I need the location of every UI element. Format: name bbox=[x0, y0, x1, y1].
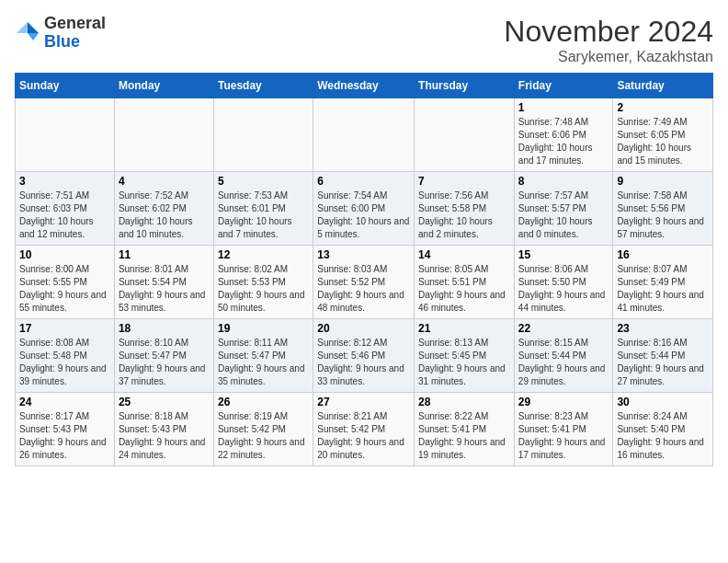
day-number: 18 bbox=[119, 322, 210, 335]
calendar-week-row: 3Sunrise: 7:51 AM Sunset: 6:03 PM Daylig… bbox=[16, 172, 713, 246]
calendar-cell: 14Sunrise: 8:05 AM Sunset: 5:51 PM Dayli… bbox=[415, 246, 515, 319]
calendar-cell: 13Sunrise: 8:03 AM Sunset: 5:52 PM Dayli… bbox=[313, 246, 415, 319]
day-info: Sunrise: 8:16 AM Sunset: 5:44 PM Dayligh… bbox=[617, 337, 709, 388]
calendar-cell: 9Sunrise: 7:58 AM Sunset: 5:56 PM Daylig… bbox=[613, 172, 713, 246]
weekday-header-saturday: Saturday bbox=[613, 74, 713, 98]
svg-marker-2 bbox=[17, 22, 28, 33]
day-number: 22 bbox=[518, 322, 609, 335]
day-number: 8 bbox=[518, 175, 609, 188]
day-info: Sunrise: 7:48 AM Sunset: 6:06 PM Dayligh… bbox=[518, 116, 609, 167]
day-info: Sunrise: 8:03 AM Sunset: 5:52 PM Dayligh… bbox=[317, 263, 410, 315]
svg-marker-1 bbox=[28, 33, 39, 40]
weekday-header-tuesday: Tuesday bbox=[213, 74, 313, 98]
weekday-header-row: SundayMondayTuesdayWednesdayThursdayFrid… bbox=[16, 74, 713, 98]
calendar-week-row: 24Sunrise: 8:17 AM Sunset: 5:43 PM Dayli… bbox=[16, 393, 713, 466]
weekday-header-monday: Monday bbox=[114, 74, 213, 98]
day-info: Sunrise: 8:02 AM Sunset: 5:53 PM Dayligh… bbox=[218, 263, 309, 315]
calendar-cell: 18Sunrise: 8:10 AM Sunset: 5:47 PM Dayli… bbox=[114, 319, 213, 393]
calendar-cell: 26Sunrise: 8:19 AM Sunset: 5:42 PM Dayli… bbox=[213, 393, 313, 466]
day-number: 14 bbox=[418, 248, 510, 261]
day-info: Sunrise: 7:52 AM Sunset: 6:02 PM Dayligh… bbox=[119, 190, 210, 241]
day-info: Sunrise: 7:57 AM Sunset: 5:57 PM Dayligh… bbox=[518, 190, 609, 241]
day-info: Sunrise: 8:11 AM Sunset: 5:47 PM Dayligh… bbox=[218, 337, 309, 388]
day-info: Sunrise: 8:15 AM Sunset: 5:44 PM Dayligh… bbox=[518, 337, 609, 388]
logo: General Blue bbox=[15, 15, 106, 52]
day-info: Sunrise: 7:49 AM Sunset: 6:05 PM Dayligh… bbox=[617, 116, 709, 167]
day-info: Sunrise: 8:18 AM Sunset: 5:43 PM Dayligh… bbox=[119, 410, 210, 462]
month-title: November 2024 bbox=[504, 15, 713, 49]
calendar-cell: 7Sunrise: 7:56 AM Sunset: 5:58 PM Daylig… bbox=[415, 172, 515, 246]
calendar-cell: 15Sunrise: 8:06 AM Sunset: 5:50 PM Dayli… bbox=[514, 246, 613, 319]
day-info: Sunrise: 8:00 AM Sunset: 5:55 PM Dayligh… bbox=[19, 263, 110, 315]
calendar-cell bbox=[114, 98, 213, 172]
day-info: Sunrise: 8:24 AM Sunset: 5:40 PM Dayligh… bbox=[617, 410, 709, 462]
day-info: Sunrise: 8:23 AM Sunset: 5:41 PM Dayligh… bbox=[518, 410, 609, 462]
day-number: 11 bbox=[119, 248, 210, 261]
calendar-cell: 29Sunrise: 8:23 AM Sunset: 5:41 PM Dayli… bbox=[514, 393, 613, 466]
day-number: 6 bbox=[317, 175, 410, 188]
day-number: 10 bbox=[19, 248, 110, 261]
calendar-cell: 20Sunrise: 8:12 AM Sunset: 5:46 PM Dayli… bbox=[313, 319, 415, 393]
logo-general-text: General bbox=[44, 14, 106, 32]
calendar-cell: 10Sunrise: 8:00 AM Sunset: 5:55 PM Dayli… bbox=[16, 246, 115, 319]
calendar-cell: 4Sunrise: 7:52 AM Sunset: 6:02 PM Daylig… bbox=[114, 172, 213, 246]
day-number: 9 bbox=[617, 175, 709, 188]
weekday-header-sunday: Sunday bbox=[16, 74, 115, 98]
day-number: 24 bbox=[19, 396, 110, 408]
calendar-week-row: 10Sunrise: 8:00 AM Sunset: 5:55 PM Dayli… bbox=[16, 246, 713, 319]
day-number: 21 bbox=[418, 322, 510, 335]
calendar-cell: 30Sunrise: 8:24 AM Sunset: 5:40 PM Dayli… bbox=[613, 393, 713, 466]
logo-blue-text: Blue bbox=[44, 32, 80, 51]
day-info: Sunrise: 7:56 AM Sunset: 5:58 PM Dayligh… bbox=[418, 190, 510, 241]
day-number: 17 bbox=[19, 322, 110, 335]
day-info: Sunrise: 8:10 AM Sunset: 5:47 PM Dayligh… bbox=[119, 337, 210, 388]
day-number: 20 bbox=[317, 322, 410, 335]
svg-marker-0 bbox=[28, 22, 39, 33]
weekday-header-wednesday: Wednesday bbox=[313, 74, 415, 98]
calendar-cell: 3Sunrise: 7:51 AM Sunset: 6:03 PM Daylig… bbox=[16, 172, 115, 246]
day-info: Sunrise: 8:08 AM Sunset: 5:48 PM Dayligh… bbox=[19, 337, 110, 388]
calendar-cell: 8Sunrise: 7:57 AM Sunset: 5:57 PM Daylig… bbox=[514, 172, 613, 246]
calendar-cell: 23Sunrise: 8:16 AM Sunset: 5:44 PM Dayli… bbox=[613, 319, 713, 393]
calendar-cell: 19Sunrise: 8:11 AM Sunset: 5:47 PM Dayli… bbox=[213, 319, 313, 393]
calendar-week-row: 17Sunrise: 8:08 AM Sunset: 5:48 PM Dayli… bbox=[16, 319, 713, 393]
calendar-cell bbox=[16, 98, 115, 172]
calendar-cell: 11Sunrise: 8:01 AM Sunset: 5:54 PM Dayli… bbox=[114, 246, 213, 319]
calendar-cell bbox=[213, 98, 313, 172]
day-number: 19 bbox=[218, 322, 309, 335]
day-info: Sunrise: 8:05 AM Sunset: 5:51 PM Dayligh… bbox=[418, 263, 510, 315]
calendar-cell bbox=[415, 98, 515, 172]
day-info: Sunrise: 8:17 AM Sunset: 5:43 PM Dayligh… bbox=[19, 410, 110, 462]
weekday-header-thursday: Thursday bbox=[415, 74, 515, 98]
calendar-cell: 16Sunrise: 8:07 AM Sunset: 5:49 PM Dayli… bbox=[613, 246, 713, 319]
calendar-table: SundayMondayTuesdayWednesdayThursdayFrid… bbox=[15, 73, 713, 466]
day-number: 15 bbox=[518, 248, 609, 261]
day-info: Sunrise: 8:01 AM Sunset: 5:54 PM Dayligh… bbox=[119, 263, 210, 315]
day-info: Sunrise: 8:13 AM Sunset: 5:45 PM Dayligh… bbox=[418, 337, 510, 388]
calendar-cell: 5Sunrise: 7:53 AM Sunset: 6:01 PM Daylig… bbox=[213, 172, 313, 246]
day-number: 13 bbox=[317, 248, 410, 261]
weekday-header-friday: Friday bbox=[514, 74, 613, 98]
calendar-cell: 6Sunrise: 7:54 AM Sunset: 6:00 PM Daylig… bbox=[313, 172, 415, 246]
day-info: Sunrise: 8:21 AM Sunset: 5:42 PM Dayligh… bbox=[317, 410, 410, 462]
day-number: 12 bbox=[218, 248, 309, 261]
calendar-cell: 2Sunrise: 7:49 AM Sunset: 6:05 PM Daylig… bbox=[613, 98, 713, 172]
day-number: 7 bbox=[418, 175, 510, 188]
calendar-cell: 1Sunrise: 7:48 AM Sunset: 6:06 PM Daylig… bbox=[514, 98, 613, 172]
day-number: 3 bbox=[19, 175, 110, 188]
day-number: 2 bbox=[617, 101, 709, 114]
calendar-cell: 25Sunrise: 8:18 AM Sunset: 5:43 PM Dayli… bbox=[114, 393, 213, 466]
calendar-cell bbox=[313, 98, 415, 172]
calendar-cell: 24Sunrise: 8:17 AM Sunset: 5:43 PM Dayli… bbox=[16, 393, 115, 466]
day-number: 23 bbox=[617, 322, 709, 335]
calendar-week-row: 1Sunrise: 7:48 AM Sunset: 6:06 PM Daylig… bbox=[16, 98, 713, 172]
day-number: 28 bbox=[418, 396, 510, 408]
calendar-cell: 27Sunrise: 8:21 AM Sunset: 5:42 PM Dayli… bbox=[313, 393, 415, 466]
day-info: Sunrise: 8:19 AM Sunset: 5:42 PM Dayligh… bbox=[218, 410, 309, 462]
day-number: 26 bbox=[218, 396, 309, 408]
title-block: November 2024 Sarykemer, Kazakhstan bbox=[504, 15, 713, 65]
page-header: General Blue November 2024 Sarykemer, Ka… bbox=[15, 15, 713, 65]
calendar-cell: 17Sunrise: 8:08 AM Sunset: 5:48 PM Dayli… bbox=[16, 319, 115, 393]
day-info: Sunrise: 7:53 AM Sunset: 6:01 PM Dayligh… bbox=[218, 190, 309, 241]
day-info: Sunrise: 7:51 AM Sunset: 6:03 PM Dayligh… bbox=[19, 190, 110, 241]
